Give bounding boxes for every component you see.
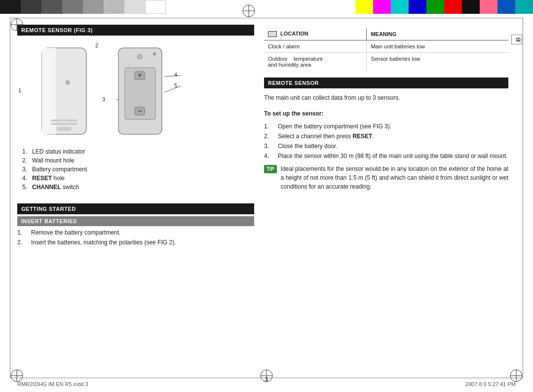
list-item: 1.LED status indicator	[22, 148, 254, 155]
swatch-3	[41, 0, 62, 14]
footer: RMR203HG IM EN R5.indd 3 2007.8.9 5:27:4…	[17, 381, 516, 387]
swatch-6	[104, 0, 124, 14]
sensor-image-area: 1 2	[17, 36, 254, 144]
swatch-pink	[480, 0, 497, 14]
table-row: Clock / alarm Main unit batteries low	[264, 40, 508, 53]
svg-rect-8	[57, 127, 72, 131]
footer-right: 2007.8.9 5:27:41 PM	[465, 381, 516, 387]
list-item: 2.Wall mount hole	[22, 157, 254, 164]
svg-text:−: −	[138, 107, 142, 115]
list-item: 2. Select a channel then press RESET.	[264, 132, 508, 141]
remote-sensor-title: REMOTE SENSOR (FIG 3)	[21, 27, 93, 33]
list-item: 3.Battery compartment	[22, 166, 254, 173]
swatch-yellow	[355, 0, 373, 14]
location-cell-1: Clock / alarm	[264, 40, 367, 53]
getting-started-section: GETTING STARTED INSERT BATTERIES 1. Remo…	[17, 203, 254, 247]
meaning-cell-2: Sensor batteries low	[367, 53, 508, 71]
table-row: Outdoor temperatureand humidity area Sen…	[264, 53, 508, 71]
setup-header: To set up the sensor:	[264, 107, 508, 120]
svg-point-5	[66, 80, 70, 84]
swatch-black	[462, 0, 480, 14]
list-item: 3. Close the battery door.	[264, 142, 508, 151]
side-tab-text: 🕮	[516, 37, 521, 42]
swatch-teal	[515, 0, 533, 14]
meaning-cell-1: Main unit batteries low	[367, 40, 508, 53]
remote-sensor-intro: The main unit can collect data from up t…	[264, 91, 508, 104]
sensor-front	[37, 43, 91, 139]
label-2: 2	[95, 42, 98, 48]
left-column: REMOTE SENSOR (FIG 3) 1 2	[17, 25, 254, 248]
location-header-text: LOCATION	[280, 31, 308, 37]
list-item: 1. Remove the battery compartment.	[17, 228, 254, 237]
list-item: 1. Open the battery compartment (see FIG…	[264, 122, 508, 131]
tip-box: TIP Ideal placements for the sensor woul…	[264, 164, 508, 191]
svg-line-17	[164, 76, 181, 77]
swatch-2	[21, 0, 41, 14]
svg-point-10	[137, 54, 142, 59]
getting-started-header: GETTING STARTED	[17, 203, 254, 214]
swatch-red	[444, 0, 462, 14]
swatch-5	[83, 0, 104, 14]
remote-sensor-right-header: REMOTE SENSOR	[264, 78, 508, 88]
list-item: 4. Place the sensor within 30 m (98 ft) …	[264, 152, 508, 160]
battery-steps-list: 1. Remove the battery compartment. 2. In…	[17, 226, 254, 247]
svg-text:+: +	[138, 71, 142, 79]
remote-sensor-header: REMOTE SENSOR (FIG 3)	[17, 25, 254, 36]
label-4: 4	[174, 72, 177, 78]
swatch-blue	[409, 0, 426, 14]
svg-line-18	[164, 86, 181, 92]
label-5: 5	[174, 82, 177, 88]
reg-mark-top	[242, 4, 256, 19]
color-swatches	[355, 0, 533, 14]
bw-swatches	[0, 0, 166, 14]
insert-batteries-section: INSERT BATTERIES 1. Remove the battery c…	[17, 216, 254, 247]
location-cell-2: Outdoor temperatureand humidity area	[264, 53, 367, 71]
tip-label: TIP	[264, 165, 277, 173]
list-item: 5.CHANNEL switch	[22, 184, 254, 191]
insert-batteries-title: INSERT BATTERIES	[21, 218, 77, 224]
swatch-1	[0, 0, 21, 14]
label-1: 1	[18, 87, 21, 93]
getting-started-title: GETTING STARTED	[21, 206, 76, 212]
label-3: 3	[102, 96, 105, 102]
swatch-cyan	[391, 0, 409, 14]
swatch-7	[124, 0, 145, 14]
swatch-4	[62, 0, 83, 14]
svg-rect-7	[51, 123, 77, 125]
insert-batteries-header: INSERT BATTERIES	[17, 216, 254, 226]
side-tab: 🕮	[511, 35, 522, 44]
swatch-8	[145, 0, 166, 14]
swatch-magenta	[373, 0, 391, 14]
color-bar-top	[0, 0, 533, 14]
swatch-navy	[497, 0, 515, 14]
parts-list: 1.LED status indicator 2.Wall mount hole…	[17, 144, 254, 196]
svg-point-16	[153, 52, 156, 55]
swatch-green	[426, 0, 444, 14]
footer-left: RMR203HG IM EN R5.indd 3	[17, 381, 88, 387]
tip-text: Ideal placements for the sensor would be…	[281, 164, 508, 191]
svg-rect-6	[51, 119, 77, 121]
meaning-header: MEANING	[367, 28, 508, 40]
right-column: LOCATION MEANING Clock / alarm Main unit…	[264, 25, 508, 191]
location-header: LOCATION	[264, 28, 367, 40]
setup-steps-list: 1. Open the battery compartment (see FIG…	[264, 122, 508, 160]
right-col-inner: LOCATION MEANING Clock / alarm Main unit…	[264, 25, 508, 191]
icon-table: LOCATION MEANING Clock / alarm Main unit…	[264, 28, 508, 71]
sensor-back: + − 3 4 5	[116, 43, 165, 139]
list-item: 2. Insert the batteries, matching the po…	[17, 238, 254, 247]
reg-mark-top-left	[10, 18, 24, 33]
meaning-header-text: MEANING	[371, 31, 396, 37]
remote-sensor-right-title: REMOTE SENSOR	[268, 80, 319, 86]
list-item: 4.RESET hole	[22, 175, 254, 182]
